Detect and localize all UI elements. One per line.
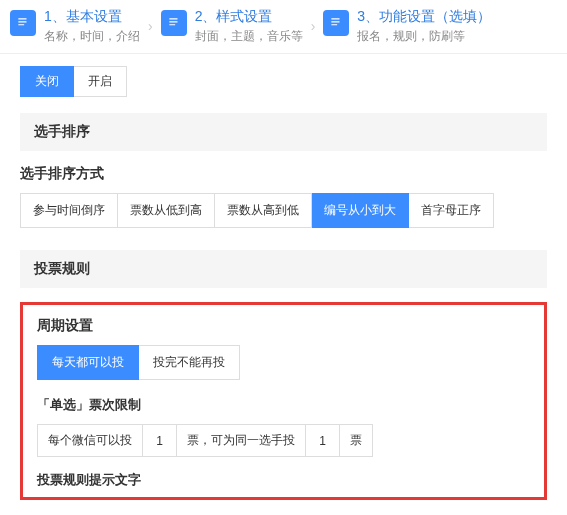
cycle-label: 周期设置 bbox=[37, 317, 530, 335]
sort-label: 选手排序方式 bbox=[20, 165, 547, 183]
sort-opt-id-asc[interactable]: 编号从小到大 bbox=[312, 193, 409, 228]
step-1[interactable]: 1、基本设置 名称，时间，介绍 bbox=[10, 8, 140, 45]
sort-opt-votes-desc[interactable]: 票数从高到低 bbox=[215, 193, 312, 228]
hint-label: 投票规则提示文字 bbox=[37, 471, 530, 489]
section-sort-header: 选手排序 bbox=[20, 113, 547, 151]
toggle-on[interactable]: 开启 bbox=[74, 66, 127, 97]
chevron-right-icon: › bbox=[148, 18, 153, 34]
cycle-options: 每天都可以投 投完不能再投 bbox=[37, 345, 530, 380]
cycle-opt-daily[interactable]: 每天都可以投 bbox=[37, 345, 139, 380]
wizard-steps: 1、基本设置 名称，时间，介绍 › 2、样式设置 封面，主题，音乐等 › 3、功… bbox=[0, 0, 567, 54]
limit-row: 每个微信可以投 1 票，可为同一选手投 1 票 bbox=[37, 424, 530, 457]
sort-opt-votes-asc[interactable]: 票数从低到高 bbox=[118, 193, 215, 228]
step-icon bbox=[323, 10, 349, 36]
toggle-group: 关闭 开启 bbox=[20, 66, 547, 97]
step-icon bbox=[10, 10, 36, 36]
sort-opt-time-desc[interactable]: 参与时间倒序 bbox=[20, 193, 118, 228]
step-sub: 名称，时间，介绍 bbox=[44, 28, 140, 45]
hint-text: 每天每个微信可以投1票，每天可为同一选手投1票 bbox=[20, 506, 547, 515]
limit-text-3: 票 bbox=[340, 424, 373, 457]
toggle-off[interactable]: 关闭 bbox=[20, 66, 74, 97]
step-sub: 封面，主题，音乐等 bbox=[195, 28, 303, 45]
highlight-box: 周期设置 每天都可以投 投完不能再投 「单选」票次限制 每个微信可以投 1 票，… bbox=[20, 302, 547, 500]
step-sub: 报名，规则，防刷等 bbox=[357, 28, 491, 45]
limit-input-1[interactable]: 1 bbox=[143, 424, 177, 457]
step-2[interactable]: 2、样式设置 封面，主题，音乐等 bbox=[161, 8, 303, 45]
step-3[interactable]: 3、功能设置（选填） 报名，规则，防刷等 bbox=[323, 8, 491, 45]
step-title: 2、样式设置 bbox=[195, 8, 303, 26]
step-title: 1、基本设置 bbox=[44, 8, 140, 26]
chevron-right-icon: › bbox=[311, 18, 316, 34]
limit-input-2[interactable]: 1 bbox=[306, 424, 340, 457]
step-title: 3、功能设置（选填） bbox=[357, 8, 491, 26]
section-rules-header: 投票规则 bbox=[20, 250, 547, 288]
step-icon bbox=[161, 10, 187, 36]
cycle-opt-once[interactable]: 投完不能再投 bbox=[139, 345, 240, 380]
sort-opt-alpha[interactable]: 首字母正序 bbox=[409, 193, 494, 228]
limit-text-2: 票，可为同一选手投 bbox=[177, 424, 306, 457]
limit-label: 「单选」票次限制 bbox=[37, 396, 530, 414]
sort-options: 参与时间倒序 票数从低到高 票数从高到低 编号从小到大 首字母正序 bbox=[20, 193, 547, 228]
limit-text-1: 每个微信可以投 bbox=[37, 424, 143, 457]
